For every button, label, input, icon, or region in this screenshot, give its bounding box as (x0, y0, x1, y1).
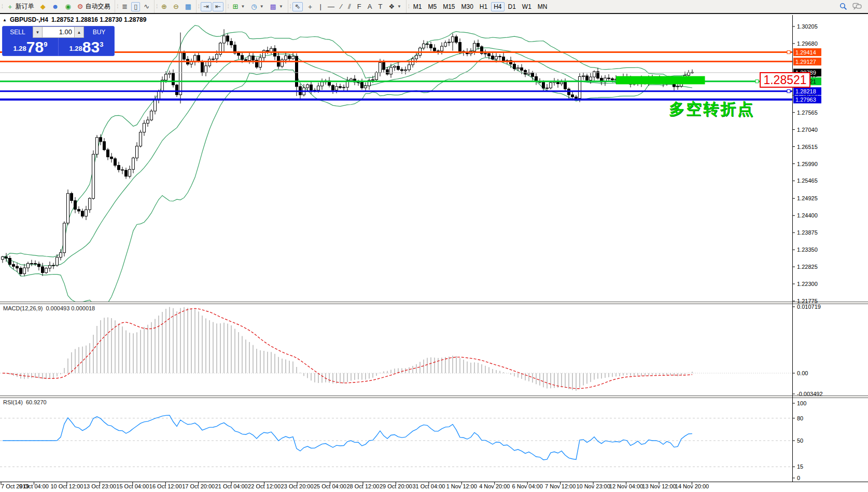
chart-area[interactable]: 1.302051.296801.286151.280901.275651.270… (0, 0, 868, 492)
hline-handle[interactable] (787, 90, 790, 93)
chart-shift-button[interactable]: ⇤ (213, 2, 223, 11)
ohlc-values: 1.28752 1.28816 1.28730 1.28789 (51, 16, 147, 23)
crosshair-tool-icon: ＋ (306, 3, 313, 10)
zoom-in-button[interactable]: ⊕ (159, 2, 170, 11)
tf-m5-label: M5 (428, 3, 437, 10)
buy-button[interactable]: BUY (84, 26, 114, 38)
cursor-tool-button[interactable]: ⇖ (292, 2, 303, 11)
new-order-icon: ＋ (7, 3, 13, 10)
svg-text:1.28218: 1.28218 (795, 88, 816, 94)
sell-button[interactable]: SELL (3, 26, 33, 38)
macd-indicator-label: MACD(12,26,9)0.000493 0.000018 (3, 305, 95, 311)
hline-handle[interactable] (787, 51, 790, 54)
svg-text:16 Oct 12:00: 16 Oct 12:00 (149, 483, 182, 489)
search-icon[interactable] (839, 3, 847, 10)
svg-text:15 Oct 04:00: 15 Oct 04:00 (116, 483, 149, 489)
auto-scroll-button[interactable]: ⇥ (201, 2, 212, 11)
line-chart-button[interactable]: ∿ (141, 2, 152, 11)
vline-tool-button[interactable]: | (317, 2, 324, 11)
svg-text:0.010719: 0.010719 (797, 304, 821, 310)
autotrading-label: 自动交易 (85, 2, 110, 11)
hline-handle[interactable] (755, 80, 759, 83)
svg-text:0: 0 (797, 475, 800, 481)
arrows-tool-icon: ❖ (388, 3, 395, 10)
fibonacci-tool-icon: F (357, 3, 361, 10)
fibonacci-tool-button[interactable]: F (355, 2, 364, 11)
autotrading-button[interactable]: ⚙自动交易 (75, 2, 113, 11)
buy-price[interactable]: 1.28833 (59, 38, 114, 56)
tf-w1-button[interactable]: W1 (520, 2, 534, 11)
text-tool-button[interactable]: A (365, 2, 375, 11)
tf-w1-label: W1 (522, 3, 531, 10)
signals-button[interactable]: ◉ (62, 2, 73, 11)
tile-windows-button[interactable]: ▦ (183, 2, 194, 11)
svg-text:80: 80 (797, 415, 803, 421)
chart-template-dropdown-icon[interactable]: ▼ (279, 4, 283, 9)
period-selector-dropdown-icon[interactable]: ▼ (260, 4, 264, 9)
new-order-button[interactable]: ＋新订单 (4, 2, 37, 11)
tf-d1-button[interactable]: D1 (506, 2, 519, 11)
price-callout-box[interactable]: 1.28521 (760, 72, 810, 88)
channel-tool-button[interactable]: ⫽ (345, 2, 354, 11)
label-tool-button[interactable]: T (375, 2, 385, 11)
svg-text:13 Nov 12:00: 13 Nov 12:00 (642, 483, 676, 489)
crosshair-tool-button[interactable]: ＋ (304, 2, 316, 11)
chart-wizard-button[interactable]: ◆ (38, 2, 48, 11)
chart-symbol-header: ▲ GBPUSD-,H4 1.28752 1.28816 1.28730 1.2… (3, 16, 146, 23)
toolbar-grip: ⁞ (290, 4, 291, 9)
volume-up-button[interactable]: ▲ (74, 26, 84, 38)
svg-text:1.27040: 1.27040 (797, 127, 818, 133)
highlight-rect[interactable] (616, 76, 705, 85)
text-tool-icon: A (368, 3, 372, 10)
main-toolbar: ⁞＋新订单◆☻◉⚙自动交易⁞≣▯∿⁞⊕⊖▦⁞⇥⇤⁞⊞▼◷▼▩▼⁞⇖＋|—∕⫽FA… (0, 0, 868, 14)
cursor-tool-icon: ⇖ (295, 3, 301, 10)
channel-tool-icon: ⫽ (348, 3, 351, 10)
arrows-tool-button[interactable]: ❖▼ (386, 2, 404, 11)
svg-text:1.25465: 1.25465 (797, 177, 818, 184)
arrows-tool-dropdown-icon[interactable]: ▼ (397, 4, 401, 9)
period-selector-button[interactable]: ◷▼ (248, 2, 266, 11)
metaeditor-button[interactable]: ☻ (49, 2, 62, 11)
tf-m1-button[interactable]: M1 (411, 2, 425, 11)
trendline-tool-button[interactable]: ∕ (338, 2, 344, 11)
candlestick-chart-button[interactable]: ▯ (131, 2, 140, 11)
bar-chart-button[interactable]: ≣ (119, 2, 130, 11)
volume-input[interactable]: 1.00 (43, 26, 74, 38)
volume-down-button[interactable]: ▼ (33, 26, 43, 38)
sell-price[interactable]: 1.28789 (3, 38, 59, 56)
tf-mn-button[interactable]: MN (535, 2, 550, 11)
zoom-out-button[interactable]: ⊖ (171, 2, 181, 11)
tf-mn-label: MN (538, 3, 548, 10)
svg-text:28 Oct 12:00: 28 Oct 12:00 (347, 483, 380, 489)
chart-template-button[interactable]: ▩▼ (268, 2, 286, 11)
chat-icon[interactable] (852, 3, 862, 10)
svg-text:12 Nov 04:00: 12 Nov 04:00 (609, 483, 643, 489)
svg-text:10 Nov 23:00: 10 Nov 23:00 (576, 483, 610, 489)
chart-wizard-icon: ◆ (40, 3, 46, 10)
toolbar-grip: ⁞ (156, 4, 157, 9)
time-axis[interactable]: 7 Oct 20199 Oct 04:0010 Oct 12:0013 Oct … (1, 482, 709, 489)
svg-text:23 Oct 20:00: 23 Oct 20:00 (281, 483, 314, 489)
toolbar-grip: ⁞ (408, 4, 409, 9)
tf-m30-button[interactable]: M30 (458, 2, 475, 11)
tf-h4-button[interactable]: H4 (491, 2, 504, 11)
tf-m15-button[interactable]: M15 (440, 2, 457, 11)
hline-tool-button[interactable]: — (325, 2, 337, 11)
toolbar-grip: ⁞ (198, 4, 199, 9)
zoom-out-icon: ⊖ (173, 3, 179, 10)
annotation-text[interactable]: 多空转折点 (669, 99, 754, 120)
new-chart-icon: ⊞ (232, 3, 238, 10)
svg-text:13 Oct 23:00: 13 Oct 23:00 (83, 483, 116, 489)
svg-text:1.29414: 1.29414 (795, 49, 816, 56)
new-chart-button[interactable]: ⊞▼ (230, 2, 247, 11)
tf-m1-label: M1 (413, 3, 422, 10)
new-order-label: 新订单 (16, 2, 34, 11)
tf-m5-button[interactable]: M5 (425, 2, 439, 11)
period-selector-icon: ◷ (251, 3, 257, 10)
new-chart-dropdown-icon[interactable]: ▼ (241, 4, 245, 9)
rsi-indicator-label: RSI(14)60.9270 (3, 399, 47, 405)
svg-text:1.29127: 1.29127 (795, 59, 816, 65)
tf-m15-label: M15 (443, 3, 455, 10)
chart-template-icon: ▩ (270, 3, 276, 10)
tf-h1-button[interactable]: H1 (477, 2, 490, 11)
